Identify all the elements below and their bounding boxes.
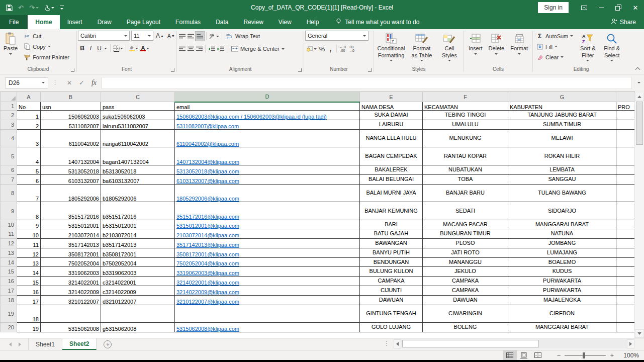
cell-F20[interactable]: BOLENG xyxy=(423,323,508,332)
cell-E4[interactable]: NANGA ELLA HULU xyxy=(360,130,423,147)
scroll-left-icon[interactable] xyxy=(394,339,401,348)
cell-B19[interactable] xyxy=(41,305,101,323)
increase-decimal-icon[interactable]: ←.0.00 xyxy=(338,44,347,54)
clipboard-dialog-launcher[interactable] xyxy=(71,68,74,72)
percent-style-icon[interactable]: % xyxy=(318,44,326,54)
sheet-tab-sheet2[interactable]: Sheet2 xyxy=(62,338,97,350)
cell-D4[interactable]: 6110042002@klipaa.com xyxy=(175,130,360,147)
save-icon[interactable] xyxy=(6,5,13,11)
cell-B5[interactable]: 1407132004 xyxy=(41,147,101,165)
cell-D11[interactable]: 2103072014@klipaa.com xyxy=(175,229,360,239)
autosum-button[interactable]: Σ AutoSum xyxy=(534,31,575,41)
cell-G11[interactable]: NATUNA xyxy=(508,229,616,239)
column-header-E[interactable]: E xyxy=(360,92,423,102)
cell-D12[interactable]: 3517142013@klipaa.com xyxy=(175,239,360,248)
cell-A2[interactable]: 1 xyxy=(17,111,41,120)
cell-H14[interactable] xyxy=(616,258,635,267)
cell-C11[interactable]: b2103072014 xyxy=(101,229,175,239)
cell-G2[interactable]: TANJUNG JABUNG BARAT xyxy=(508,111,616,120)
new-sheet-button[interactable]: + xyxy=(104,340,112,348)
cell-D8[interactable]: 1805292006@klipaa.com xyxy=(175,185,360,202)
grow-font-button[interactable]: A▲ xyxy=(155,31,165,41)
zoom-slider[interactable] xyxy=(565,355,606,356)
cell-C4[interactable]: nanga6110042002 xyxy=(101,130,175,147)
minimize-button[interactable] xyxy=(593,0,610,15)
decrease-decimal-icon[interactable]: .00→.0 xyxy=(347,44,355,54)
cell-A7[interactable]: 6 xyxy=(17,175,41,185)
cell-F13[interactable]: JATI ROTO xyxy=(423,248,508,258)
zoom-in-icon[interactable]: + xyxy=(610,351,614,359)
touch-mode-icon[interactable] xyxy=(44,5,54,11)
cell-D6[interactable]: 5313052018@klipaa.com xyxy=(175,165,360,175)
zoom-level[interactable]: 100% xyxy=(621,352,639,359)
cell-C13[interactable]: b3508172001 xyxy=(101,248,175,258)
cell-A12[interactable]: 11 xyxy=(17,239,41,248)
row-header-7[interactable]: 7 xyxy=(1,175,17,185)
shrink-font-button[interactable]: A▼ xyxy=(166,31,176,41)
delete-cells-button[interactable]: Delete xyxy=(486,31,507,55)
underline-dropdown[interactable] xyxy=(104,48,107,49)
cell-B14[interactable]: 7502052004 xyxy=(41,258,101,267)
borders-button[interactable] xyxy=(112,43,124,53)
collapse-ribbon-icon[interactable] xyxy=(635,66,640,71)
cell-E12[interactable]: BAWANGAN xyxy=(360,239,423,248)
tab-help[interactable]: Help xyxy=(299,15,327,29)
insert-cells-button[interactable]: Insert xyxy=(466,31,485,55)
cell-G20[interactable]: MANGGARAI BARAT xyxy=(508,323,616,332)
cell-C20[interactable]: g5315062008 xyxy=(101,323,175,332)
cell-F18[interactable]: DAWUAN xyxy=(423,296,508,305)
cell-H5[interactable] xyxy=(616,147,635,165)
cell-E1[interactable]: NAMA DESA xyxy=(360,102,423,111)
zoom-slider-thumb[interactable] xyxy=(583,352,585,358)
cell-C6[interactable]: b5313052018 xyxy=(101,165,175,175)
cell-G7[interactable]: SANGGAU xyxy=(508,175,616,185)
row-header-11[interactable]: 11 xyxy=(1,229,17,239)
row-header-10[interactable]: 10 xyxy=(1,220,17,229)
vertical-scrollbar-thumb[interactable] xyxy=(636,102,643,145)
column-header-clipped[interactable] xyxy=(616,92,635,102)
alignment-dialog-launcher[interactable] xyxy=(298,68,302,72)
cell-B11[interactable]: 2103072014 xyxy=(41,229,101,239)
redo-icon[interactable]: ↷ xyxy=(29,5,39,11)
number-format-combo[interactable]: General xyxy=(305,31,369,41)
tab-insert[interactable]: Insert xyxy=(60,15,90,29)
cell-G14[interactable]: BOALEMO xyxy=(508,258,616,267)
row-header-1[interactable]: 1 xyxy=(1,102,17,111)
cell-B13[interactable]: 3508172001 xyxy=(41,248,101,258)
cell-B18[interactable]: 3210122007 xyxy=(41,296,101,305)
cell-H12[interactable] xyxy=(616,239,635,248)
cell-F8[interactable]: BANJAR BARU xyxy=(423,185,508,202)
cell-F3[interactable]: UMALULU xyxy=(423,120,508,130)
cell-E8[interactable]: BALAI MURNI JAYA xyxy=(360,185,423,202)
cell-A11[interactable]: 10 xyxy=(17,229,41,239)
align-left-icon[interactable] xyxy=(178,44,187,54)
copy-button[interactable]: Copy xyxy=(21,41,71,52)
cell-G6[interactable]: LEMBATA xyxy=(508,165,616,175)
cell-F14[interactable]: MANANGGU xyxy=(423,258,508,267)
cut-button[interactable]: ✂ Cut xyxy=(21,31,71,41)
cell-C19[interactable] xyxy=(101,305,175,323)
cell-C15[interactable]: b3319062003 xyxy=(101,267,175,277)
ribbon-display-options-icon[interactable] xyxy=(576,0,593,15)
decrease-indent-icon[interactable] xyxy=(207,44,216,54)
cell-A16[interactable]: 15 xyxy=(17,277,41,286)
align-right-icon[interactable] xyxy=(195,44,204,54)
format-painter-button[interactable]: Format Painter xyxy=(21,52,71,62)
column-header-F[interactable]: F xyxy=(423,92,508,102)
cell-B4[interactable]: 6110042002 xyxy=(41,130,101,147)
cell-G16[interactable]: PURWAKARTA xyxy=(508,277,616,286)
cell-B20[interactable]: 5315062008 xyxy=(41,323,101,332)
bold-button[interactable]: B xyxy=(78,43,86,53)
tab-home[interactable]: Home xyxy=(28,15,59,29)
cell-B3[interactable]: 5311082007 xyxy=(41,120,101,130)
cell-A19[interactable]: 18 xyxy=(17,305,41,323)
cell-F11[interactable]: BUNGURAN TIMUR xyxy=(423,229,508,239)
cell-E6[interactable]: BAKALEREK xyxy=(360,165,423,175)
find-select-button[interactable]: Find & Select xyxy=(600,31,623,62)
cell-F10[interactable]: MACANG PACAR xyxy=(423,220,508,229)
row-header-6[interactable]: 6 xyxy=(1,165,17,175)
scroll-down-icon[interactable] xyxy=(635,329,644,338)
row-header-12[interactable]: 12 xyxy=(1,239,17,248)
cell-B12[interactable]: 3517142013 xyxy=(41,239,101,248)
confirm-entry-icon[interactable]: ✓ xyxy=(79,79,84,86)
